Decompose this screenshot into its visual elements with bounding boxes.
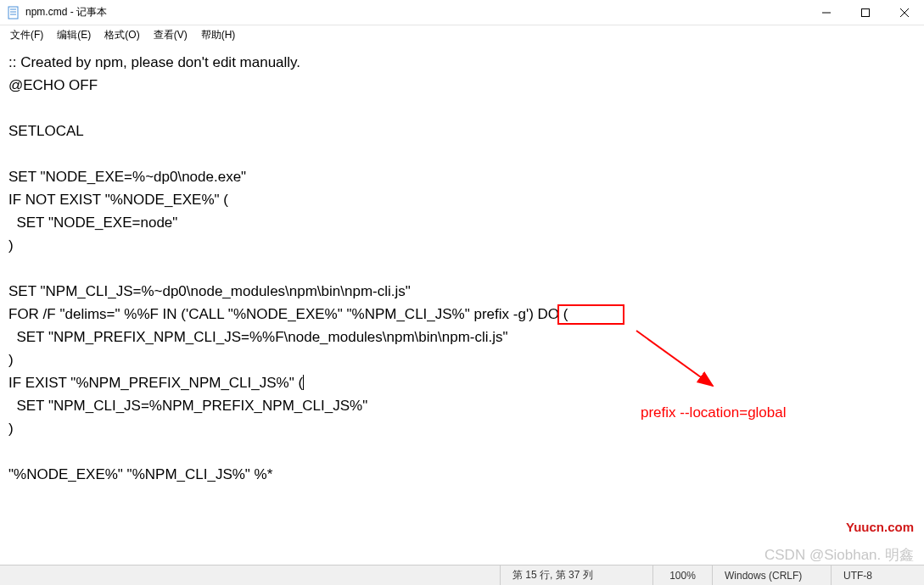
close-icon [900, 8, 909, 17]
title-bar: npm.cmd - 记事本 [0, 0, 924, 25]
annotation-text: prefix --location=global [641, 404, 787, 421]
notepad-icon [7, 6, 20, 20]
window-controls [807, 0, 924, 25]
code-line: @ECHO OFF [8, 77, 98, 93]
maximize-icon [861, 8, 870, 17]
status-charset[interactable]: UTF-8 [831, 566, 924, 585]
code-line: FOR /F "delims=" %%F IN ('CALL "%NODE_EX… [8, 306, 473, 322]
menu-help[interactable]: 帮助(H) [196, 26, 241, 44]
text-caret [303, 375, 304, 390]
code-line: "%NODE_EXE%" "%NPM_CLI_JS%" %* [8, 466, 272, 482]
code-line: ) [8, 352, 14, 368]
menu-edit[interactable]: 编辑(E) [52, 26, 96, 44]
code-line: SET "NPM_CLI_JS=%~dp0\node_modules\npm\b… [8, 283, 411, 299]
maximize-button[interactable] [846, 0, 885, 25]
editor-area[interactable]: :: Created by npm, please don't edit man… [0, 44, 924, 565]
menu-bar: 文件(F) 编辑(E) 格式(O) 查看(V) 帮助(H) [0, 25, 924, 44]
code-line: SET "NPM_PREFIX_NPM_CLI_JS=%%F\node_modu… [8, 329, 508, 345]
menu-file[interactable]: 文件(F) [5, 26, 48, 44]
menu-format[interactable]: 格式(O) [99, 26, 144, 44]
status-zoom[interactable]: 100% [652, 566, 712, 585]
code-line: SET "NODE_EXE=%~dp0\node.exe" [8, 169, 246, 185]
menu-view[interactable]: 查看(V) [148, 26, 193, 44]
title-bar-left: npm.cmd - 记事本 [0, 5, 107, 20]
status-bar: 第 15 行, 第 37 列 100% Windows (CRLF) UTF-8 [0, 565, 924, 585]
code-line: ) [8, 421, 14, 437]
window-title: npm.cmd - 记事本 [25, 5, 107, 20]
svg-rect-5 [862, 9, 870, 17]
highlighted-text: prefix -g [473, 306, 525, 322]
code-line: :: Created by npm, please don't edit man… [8, 54, 300, 70]
status-encoding[interactable]: Windows (CRLF) [712, 566, 831, 585]
minimize-icon [822, 8, 831, 17]
code-line: ') DO ( [526, 306, 568, 322]
svg-rect-0 [8, 7, 18, 19]
watermark-yuucn: Yuucn.com [846, 520, 914, 534]
minimize-button[interactable] [807, 0, 846, 25]
code-line: SETLOCAL [8, 123, 84, 139]
code-line: IF NOT EXIST "%NODE_EXE%" ( [8, 192, 228, 208]
code-line: ) [8, 237, 14, 254]
code-line: IF EXIST "%NPM_PREFIX_NPM_CLI_JS%" ( [8, 375, 303, 391]
code-line: SET "NODE_EXE=node" [8, 214, 177, 231]
close-button[interactable] [885, 0, 924, 25]
watermark-csdn: CSDN @Siobhan. 明鑫 [764, 545, 914, 565]
status-position[interactable]: 第 15 行, 第 37 列 [500, 566, 652, 585]
code-line: SET "NPM_CLI_JS=%NPM_PREFIX_NPM_CLI_JS%" [8, 398, 367, 414]
